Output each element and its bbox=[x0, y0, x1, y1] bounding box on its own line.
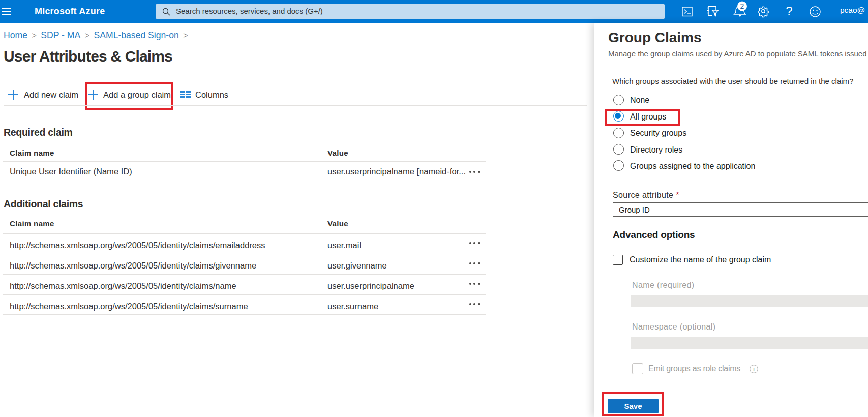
svg-text:2: 2 bbox=[740, 2, 744, 10]
svg-text:?: ? bbox=[786, 4, 792, 18]
